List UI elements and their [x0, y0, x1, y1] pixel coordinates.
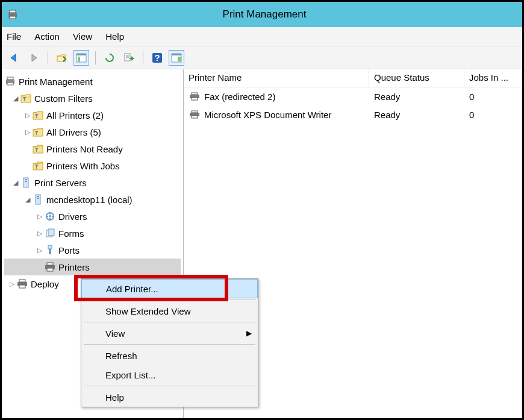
menu-item-label: Export List... [105, 370, 155, 380]
refresh-button[interactable] [102, 50, 117, 66]
titlebar: Print Management [2, 2, 522, 27]
cell-status: Ready [369, 90, 464, 104]
svg-rect-2 [10, 16, 16, 19]
expand-icon[interactable]: ▷ [23, 111, 32, 119]
context-add-printer[interactable]: Add Printer... [81, 279, 258, 298]
context-refresh[interactable]: Refresh [81, 346, 258, 365]
svg-rect-43 [47, 268, 53, 271]
expand-icon[interactable]: ▷ [36, 230, 44, 237]
column-queue-status[interactable]: Queue Status [369, 69, 464, 87]
svg-rect-19 [7, 83, 13, 85]
tree-all-printers[interactable]: ▷ All Printers (2) [4, 107, 181, 124]
menu-separator [84, 322, 255, 322]
svg-rect-22 [33, 130, 43, 136]
up-button[interactable] [54, 50, 70, 66]
server-icon [20, 177, 32, 189]
svg-rect-46 [19, 285, 25, 288]
collapse-icon[interactable]: ◢ [23, 196, 32, 204]
toolbar: ? [2, 46, 522, 69]
list-row[interactable]: Microsoft XPS Document Writer Ready 0 [184, 105, 522, 124]
tree-printers-with-jobs[interactable]: Printers With Jobs [4, 157, 181, 174]
server-icon [32, 193, 44, 205]
tree-label: mcndesktop11 (local) [46, 195, 133, 205]
svg-rect-24 [33, 163, 43, 170]
cell-jobs: 0 [464, 108, 522, 122]
column-printer-name[interactable]: Printer Name [184, 69, 369, 87]
tree-ports[interactable]: ▷ Ports [4, 242, 181, 259]
tree-printers-not-ready[interactable]: Printers Not Ready [4, 140, 181, 157]
filter-folder-icon [32, 109, 44, 121]
tree-label: Deploy [31, 279, 59, 289]
svg-rect-21 [33, 113, 43, 119]
expand-icon[interactable]: ▷ [23, 128, 32, 136]
svg-point-3 [15, 13, 16, 14]
menubar: File Action View Help [2, 27, 522, 46]
tree-drivers[interactable]: ▷ Drivers [4, 208, 181, 225]
export-list-button[interactable] [121, 50, 137, 66]
menu-item-label: Show Extended View [105, 306, 190, 316]
cell-text: Microsoft XPS Document Writer [204, 110, 331, 120]
toolbar-separator [95, 51, 96, 64]
svg-rect-52 [192, 116, 198, 118]
tree-all-drivers[interactable]: ▷ All Drivers (5) [4, 124, 181, 140]
svg-rect-51 [192, 111, 198, 113]
show-hide-action-pane-button[interactable] [169, 50, 184, 66]
expand-icon[interactable]: ▷ [36, 246, 44, 254]
tree-print-servers[interactable]: ◢ Print Servers [4, 174, 181, 191]
collapse-icon[interactable]: ◢ [11, 179, 20, 187]
cell-name: Microsoft XPS Document Writer [184, 108, 369, 122]
svg-rect-23 [33, 146, 43, 153]
svg-rect-18 [7, 77, 13, 80]
forward-button[interactable] [26, 50, 42, 66]
tree-root[interactable]: Print Management [4, 73, 181, 90]
tree-server-node[interactable]: ◢ mcndesktop11 (local) [4, 191, 181, 208]
list-header: Printer Name Queue Status Jobs In ... [184, 69, 522, 87]
menu-action[interactable]: Action [34, 31, 60, 42]
context-show-extended-view[interactable]: Show Extended View [81, 301, 258, 321]
menu-help[interactable]: Help [105, 31, 124, 42]
tree-forms[interactable]: ▷ Forms [4, 225, 181, 242]
app-icon [5, 7, 20, 22]
tree-label: Print Servers [34, 178, 87, 188]
window-title: Print Management [25, 8, 519, 20]
help-button[interactable]: ? [149, 50, 165, 66]
context-menu: Add Printer... Show Extended View View▶ … [81, 278, 258, 407]
context-export-list[interactable]: Export List... [81, 365, 258, 384]
tree-custom-filters[interactable]: ◢ Custom Filters [4, 90, 181, 107]
menu-file[interactable]: File [7, 31, 21, 42]
svg-point-32 [49, 215, 51, 218]
filter-folder-icon [32, 126, 44, 138]
svg-rect-39 [48, 245, 52, 249]
svg-rect-15 [172, 54, 181, 55]
tree-label: Custom Filters [34, 93, 93, 104]
content-area: Print Management ◢ Custom Filters ▷ All … [2, 69, 522, 418]
list-row[interactable]: Fax (redirected 2) Ready 0 [184, 87, 522, 105]
svg-rect-38 [48, 229, 54, 236]
printer-icon [16, 278, 28, 290]
tree-label: Printers Not Ready [46, 144, 123, 154]
menu-view[interactable]: View [73, 31, 92, 42]
collapse-icon[interactable]: ◢ [11, 95, 20, 102]
back-button[interactable] [7, 50, 22, 66]
context-help[interactable]: Help [81, 387, 258, 407]
tree-label: Forms [58, 228, 84, 239]
expand-icon[interactable]: ▷ [36, 213, 44, 221]
window: Print Management File Action View Help ?… [0, 0, 524, 420]
menu-item-label: Add Printer... [106, 284, 158, 294]
tree-printers[interactable]: Printers [4, 259, 181, 275]
printer-icon [44, 261, 56, 273]
menu-separator [84, 344, 255, 345]
tree-label: Drivers [58, 212, 87, 222]
print-management-icon [4, 75, 16, 87]
tree-label: Printers [58, 262, 90, 272]
column-jobs-in[interactable]: Jobs In ... [464, 69, 522, 87]
expand-icon[interactable]: ▷ [8, 280, 16, 288]
context-view[interactable]: View▶ [81, 324, 258, 343]
show-hide-tree-button[interactable] [73, 50, 89, 66]
svg-rect-42 [47, 263, 53, 265]
menu-separator [84, 386, 255, 386]
svg-rect-27 [25, 181, 27, 182]
menu-separator [84, 299, 255, 300]
menu-item-label: View [105, 328, 125, 339]
tree-label: All Printers (2) [46, 110, 104, 121]
